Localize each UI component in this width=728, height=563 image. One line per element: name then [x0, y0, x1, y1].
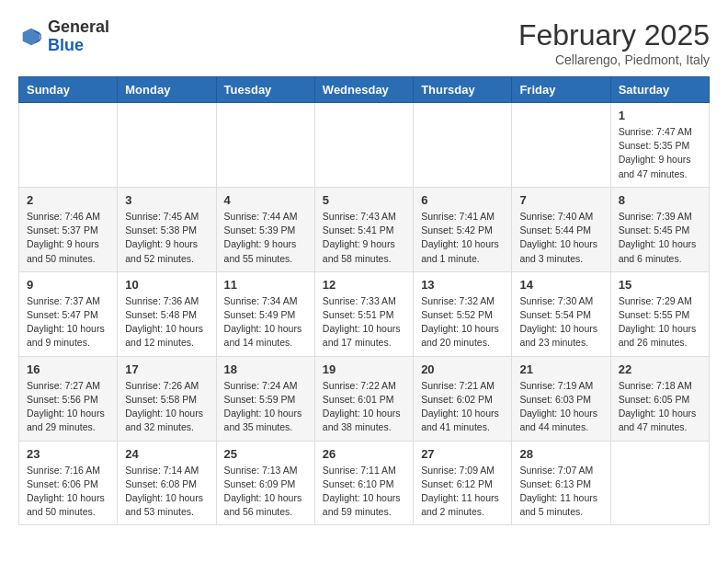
calendar-week-0: 1Sunrise: 7:47 AMSunset: 5:35 PMDaylight…: [19, 103, 710, 188]
day-number: 2: [27, 193, 109, 207]
day-info: Sunrise: 7:32 AMSunset: 5:52 PMDaylight:…: [421, 294, 504, 350]
weekday-header-thursday: Thursday: [414, 77, 512, 103]
day-info: Sunrise: 7:19 AMSunset: 6:03 PMDaylight:…: [519, 379, 602, 435]
day-number: 25: [224, 447, 307, 461]
day-number: 4: [224, 193, 307, 207]
calendar-cell: 19Sunrise: 7:22 AMSunset: 6:01 PMDayligh…: [314, 356, 413, 441]
day-number: 27: [421, 447, 504, 461]
day-info: Sunrise: 7:44 AMSunset: 5:39 PMDaylight:…: [224, 210, 307, 266]
day-info: Sunrise: 7:47 AMSunset: 5:35 PMDaylight:…: [619, 125, 701, 181]
weekday-header-tuesday: Tuesday: [216, 77, 314, 103]
day-number: 20: [421, 362, 504, 376]
day-info: Sunrise: 7:16 AMSunset: 6:06 PMDaylight:…: [27, 464, 109, 520]
calendar-cell: [19, 103, 118, 188]
weekday-header-saturday: Saturday: [610, 77, 709, 103]
day-number: 5: [323, 193, 405, 207]
day-number: 8: [619, 193, 701, 207]
calendar-cell: 8Sunrise: 7:39 AMSunset: 5:45 PMDaylight…: [610, 187, 709, 271]
day-number: 7: [519, 193, 602, 207]
calendar-cell: [610, 441, 709, 525]
calendar-cell: 11Sunrise: 7:34 AMSunset: 5:49 PMDayligh…: [216, 271, 314, 356]
calendar-cell: [216, 103, 314, 188]
day-number: 6: [421, 193, 504, 207]
calendar-cell: 2Sunrise: 7:46 AMSunset: 5:37 PMDaylight…: [19, 187, 118, 271]
calendar-cell: 12Sunrise: 7:33 AMSunset: 5:51 PMDayligh…: [314, 271, 413, 356]
day-number: 26: [323, 447, 405, 461]
weekday-header-wednesday: Wednesday: [314, 77, 413, 103]
day-number: 15: [619, 278, 701, 292]
calendar-week-4: 23Sunrise: 7:16 AMSunset: 6:06 PMDayligh…: [19, 441, 710, 525]
calendar-cell: 22Sunrise: 7:18 AMSunset: 6:05 PMDayligh…: [610, 356, 709, 441]
day-number: 21: [519, 362, 602, 376]
logo-icon: [18, 24, 44, 50]
calendar-cell: 27Sunrise: 7:09 AMSunset: 6:12 PMDayligh…: [414, 441, 512, 525]
day-info: Sunrise: 7:34 AMSunset: 5:49 PMDaylight:…: [224, 294, 307, 350]
day-info: Sunrise: 7:46 AMSunset: 5:37 PMDaylight:…: [27, 210, 109, 266]
calendar-cell: 28Sunrise: 7:07 AMSunset: 6:13 PMDayligh…: [512, 441, 610, 525]
day-number: 17: [125, 362, 208, 376]
calendar-week-1: 2Sunrise: 7:46 AMSunset: 5:37 PMDaylight…: [19, 187, 710, 271]
day-info: Sunrise: 7:37 AMSunset: 5:47 PMDaylight:…: [27, 294, 109, 350]
day-info: Sunrise: 7:36 AMSunset: 5:48 PMDaylight:…: [125, 294, 208, 350]
calendar-cell: 21Sunrise: 7:19 AMSunset: 6:03 PMDayligh…: [512, 356, 610, 441]
calendar-cell: [414, 103, 512, 188]
calendar-cell: 25Sunrise: 7:13 AMSunset: 6:09 PMDayligh…: [216, 441, 314, 525]
day-number: 3: [125, 193, 208, 207]
day-number: 11: [224, 278, 307, 292]
day-info: Sunrise: 7:29 AMSunset: 5:55 PMDaylight:…: [619, 294, 701, 350]
day-info: Sunrise: 7:13 AMSunset: 6:09 PMDaylight:…: [224, 464, 307, 520]
calendar-table: SundayMondayTuesdayWednesdayThursdayFrid…: [18, 76, 710, 525]
day-number: 14: [519, 278, 602, 292]
day-info: Sunrise: 7:33 AMSunset: 5:51 PMDaylight:…: [323, 294, 405, 350]
day-number: 18: [224, 362, 307, 376]
day-info: Sunrise: 7:26 AMSunset: 5:58 PMDaylight:…: [125, 379, 208, 435]
month-title: February 2025: [518, 18, 710, 52]
day-number: 28: [519, 447, 602, 461]
calendar-header-row: SundayMondayTuesdayWednesdayThursdayFrid…: [19, 77, 710, 103]
calendar-cell: 14Sunrise: 7:30 AMSunset: 5:54 PMDayligh…: [512, 271, 610, 356]
calendar-cell: 16Sunrise: 7:27 AMSunset: 5:56 PMDayligh…: [19, 356, 118, 441]
calendar-cell: 1Sunrise: 7:47 AMSunset: 5:35 PMDaylight…: [610, 103, 709, 188]
calendar-cell: 13Sunrise: 7:32 AMSunset: 5:52 PMDayligh…: [414, 271, 512, 356]
weekday-header-sunday: Sunday: [19, 77, 118, 103]
day-info: Sunrise: 7:24 AMSunset: 5:59 PMDaylight:…: [224, 379, 307, 435]
calendar-cell: 6Sunrise: 7:41 AMSunset: 5:42 PMDaylight…: [414, 187, 512, 271]
calendar-cell: 7Sunrise: 7:40 AMSunset: 5:44 PMDaylight…: [512, 187, 610, 271]
calendar-week-2: 9Sunrise: 7:37 AMSunset: 5:47 PMDaylight…: [19, 271, 710, 356]
day-info: Sunrise: 7:09 AMSunset: 6:12 PMDaylight:…: [421, 464, 504, 520]
day-info: Sunrise: 7:21 AMSunset: 6:02 PMDaylight:…: [421, 379, 504, 435]
day-number: 1: [619, 109, 701, 122]
day-info: Sunrise: 7:22 AMSunset: 6:01 PMDaylight:…: [323, 379, 405, 435]
day-info: Sunrise: 7:07 AMSunset: 6:13 PMDaylight:…: [519, 464, 602, 520]
calendar-cell: 18Sunrise: 7:24 AMSunset: 5:59 PMDayligh…: [216, 356, 314, 441]
day-number: 13: [421, 278, 504, 292]
day-info: Sunrise: 7:45 AMSunset: 5:38 PMDaylight:…: [125, 210, 208, 266]
calendar-cell: 24Sunrise: 7:14 AMSunset: 6:08 PMDayligh…: [118, 441, 216, 525]
day-info: Sunrise: 7:30 AMSunset: 5:54 PMDaylight:…: [519, 294, 602, 350]
day-number: 23: [27, 447, 109, 461]
calendar-cell: 26Sunrise: 7:11 AMSunset: 6:10 PMDayligh…: [314, 441, 413, 525]
title-block: February 2025 Cellarengo, Piedmont, Ital…: [518, 18, 710, 67]
calendar-cell: 17Sunrise: 7:26 AMSunset: 5:58 PMDayligh…: [118, 356, 216, 441]
day-info: Sunrise: 7:41 AMSunset: 5:42 PMDaylight:…: [421, 210, 504, 266]
weekday-header-monday: Monday: [118, 77, 216, 103]
day-info: Sunrise: 7:11 AMSunset: 6:10 PMDaylight:…: [323, 464, 405, 520]
day-info: Sunrise: 7:27 AMSunset: 5:56 PMDaylight:…: [27, 379, 109, 435]
calendar-cell: [512, 103, 610, 188]
day-number: 24: [125, 447, 208, 461]
day-number: 19: [323, 362, 405, 376]
day-number: 10: [125, 278, 208, 292]
day-number: 9: [27, 278, 109, 292]
location-subtitle: Cellarengo, Piedmont, Italy: [518, 52, 710, 67]
calendar-cell: 4Sunrise: 7:44 AMSunset: 5:39 PMDaylight…: [216, 187, 314, 271]
calendar-cell: [314, 103, 413, 188]
day-info: Sunrise: 7:14 AMSunset: 6:08 PMDaylight:…: [125, 464, 208, 520]
day-info: Sunrise: 7:18 AMSunset: 6:05 PMDaylight:…: [619, 379, 701, 435]
weekday-header-friday: Friday: [512, 77, 610, 103]
calendar-cell: 9Sunrise: 7:37 AMSunset: 5:47 PMDaylight…: [19, 271, 118, 356]
calendar-cell: 20Sunrise: 7:21 AMSunset: 6:02 PMDayligh…: [414, 356, 512, 441]
day-number: 16: [27, 362, 109, 376]
logo: General Blue: [18, 18, 109, 55]
calendar-cell: [118, 103, 216, 188]
day-number: 12: [323, 278, 405, 292]
